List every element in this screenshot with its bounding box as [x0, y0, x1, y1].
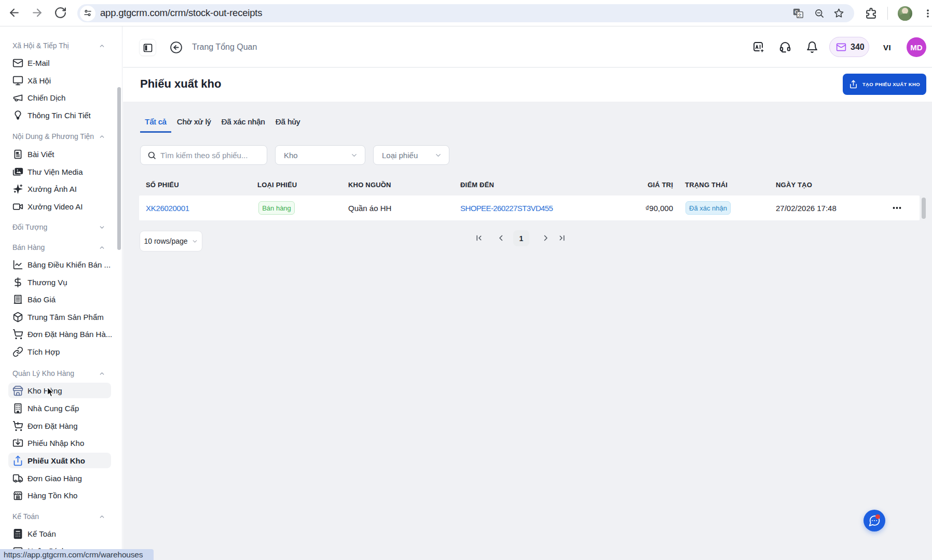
- svg-text:文: 文: [798, 13, 802, 18]
